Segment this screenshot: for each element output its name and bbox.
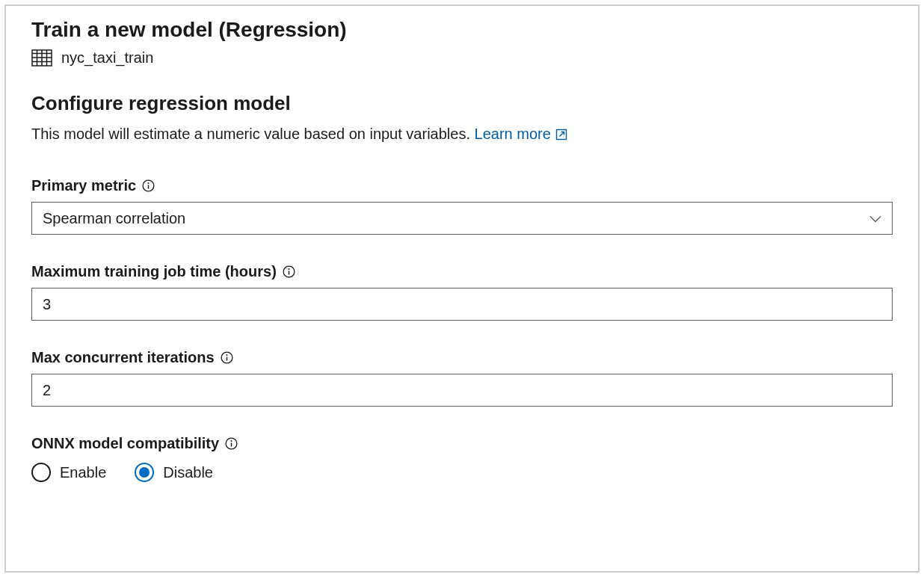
svg-point-15 [226,354,227,356]
info-icon[interactable] [283,265,295,278]
dataset-name: nyc_taxi_train [61,49,153,67]
max-job-time-label: Maximum training job time (hours) [31,263,893,280]
max-concurrent-label-text: Max concurrent iterations [31,349,215,366]
table-grid-icon [31,49,52,67]
onnx-disable-label: Disable [163,464,213,481]
primary-metric-label: Primary metric [31,177,893,194]
info-icon[interactable] [142,179,155,192]
onnx-label: ONNX model compatibility [31,435,893,452]
info-icon[interactable] [225,437,238,450]
primary-metric-select[interactable]: Spearman correlation [31,202,893,235]
onnx-field: ONNX model compatibility Enable Disable [31,435,893,482]
max-concurrent-input[interactable] [31,374,893,407]
svg-point-12 [288,268,289,270]
page-title: Train a new model (Regression) [31,18,893,42]
primary-metric-field: Primary metric Spearman correlation [31,177,893,235]
external-link-icon [555,129,567,141]
radio-dot-icon [139,467,150,478]
chevron-down-icon [869,210,881,227]
description-text: This model will estimate a numeric value… [31,126,475,142]
svg-point-9 [148,182,150,184]
onnx-enable-label: Enable [60,464,106,481]
onnx-radio-group: Enable Disable [31,463,893,482]
onnx-label-text: ONNX model compatibility [31,435,219,452]
radio-circle-selected-icon [135,463,154,482]
dataset-row: nyc_taxi_train [31,49,893,67]
learn-more-text: Learn more [475,126,551,143]
max-job-time-input[interactable] [31,288,893,321]
primary-metric-value: Spearman correlation [43,210,185,227]
section-heading: Configure regression model [31,92,893,115]
max-job-time-field: Maximum training job time (hours) [31,263,893,321]
form-panel: Train a new model (Regression) nyc_taxi_… [4,4,920,573]
max-concurrent-label: Max concurrent iterations [31,349,893,366]
onnx-enable-radio[interactable]: Enable [31,463,106,482]
info-icon[interactable] [221,351,233,364]
learn-more-link[interactable]: Learn more [475,126,567,143]
radio-circle-icon [31,463,51,482]
primary-metric-label-text: Primary metric [31,177,136,194]
max-concurrent-field: Max concurrent iterations [31,349,893,407]
section-description: This model will estimate a numeric value… [31,126,893,143]
max-job-time-label-text: Maximum training job time (hours) [31,263,277,280]
onnx-disable-radio[interactable]: Disable [135,463,213,482]
svg-point-18 [231,440,232,442]
